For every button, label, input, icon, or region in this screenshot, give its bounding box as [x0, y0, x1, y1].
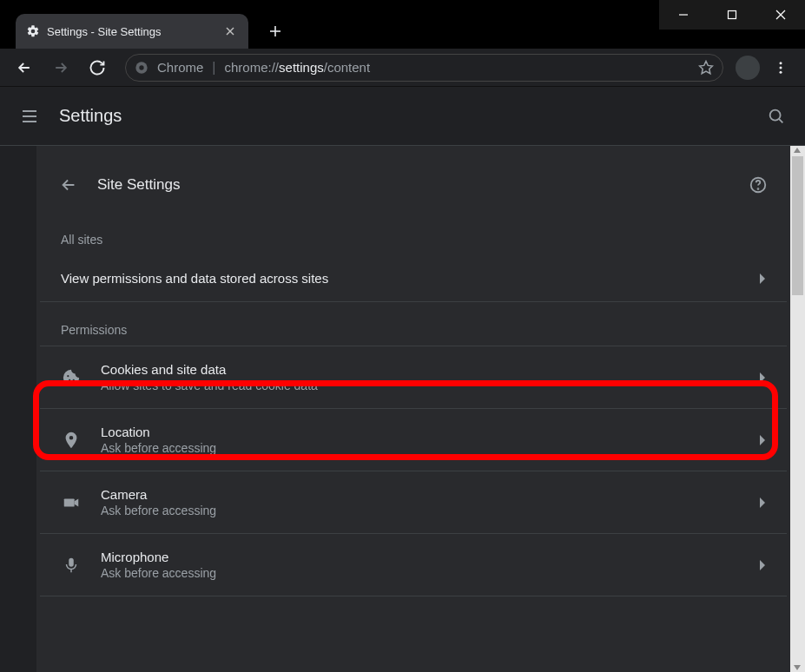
new-tab-button[interactable]	[261, 16, 290, 46]
permission-title: Camera	[101, 487, 740, 502]
scrollbar[interactable]	[790, 146, 805, 672]
svg-point-9	[139, 65, 143, 69]
svg-marker-26	[760, 435, 765, 445]
page-back-button[interactable]	[59, 175, 78, 194]
permission-sub: Ask before accessing	[101, 504, 740, 517]
svg-marker-25	[760, 372, 765, 383]
section-permissions-label: Permissions	[40, 302, 787, 346]
help-icon[interactable]	[749, 175, 768, 194]
svg-marker-10	[700, 61, 713, 73]
app-title: Settings	[59, 106, 122, 126]
svg-point-17	[770, 109, 781, 120]
page-title: Site Settings	[97, 176, 729, 194]
svg-marker-32	[760, 560, 765, 570]
close-window-button[interactable]	[756, 0, 805, 30]
permission-microphone[interactable]: Microphone Ask before accessing	[40, 534, 787, 596]
chevron-right-icon	[759, 560, 766, 570]
permission-camera[interactable]: Camera Ask before accessing	[40, 471, 787, 534]
permission-title: Location	[101, 425, 740, 439]
close-tab-button[interactable]	[222, 23, 238, 39]
chrome-icon	[135, 61, 148, 75]
url-label: Chrome	[157, 60, 203, 75]
section-all-sites-label: All sites	[40, 212, 787, 255]
svg-marker-29	[760, 497, 765, 508]
microphone-icon	[61, 555, 82, 576]
chevron-right-icon	[759, 435, 766, 445]
forward-button[interactable]	[45, 52, 76, 83]
location-icon	[61, 430, 82, 451]
maximize-button[interactable]	[708, 0, 756, 30]
permission-title: Microphone	[101, 550, 740, 564]
browser-tab[interactable]: Settings - Site Settings	[16, 14, 248, 49]
chevron-right-icon	[759, 372, 766, 383]
cookie-icon	[61, 367, 82, 388]
gear-icon	[26, 24, 40, 38]
svg-rect-30	[69, 557, 74, 566]
minimize-button[interactable]	[659, 0, 708, 30]
svg-marker-28	[75, 498, 79, 506]
permission-title: Cookies and site data	[101, 362, 740, 377]
svg-rect-1	[729, 11, 736, 19]
app-menu-button[interactable]	[765, 52, 796, 83]
chevron-right-icon	[759, 273, 766, 284]
url-text: chrome://settings/content	[225, 60, 371, 76]
chevron-right-icon	[759, 497, 766, 508]
svg-line-18	[779, 119, 782, 122]
scroll-thumb[interactable]	[792, 156, 803, 295]
tab-title: Settings - Site Settings	[47, 25, 215, 38]
permission-sub: Ask before accessing	[101, 441, 740, 455]
profile-avatar[interactable]	[736, 56, 760, 80]
reload-button[interactable]	[82, 52, 113, 83]
address-bar[interactable]: Chrome | chrome://settings/content	[125, 54, 723, 82]
menu-icon[interactable]	[19, 106, 40, 127]
svg-point-12	[780, 66, 782, 69]
all-sites-link[interactable]: View permissions and data stored across …	[40, 255, 787, 302]
permission-cookies[interactable]: Cookies and site data Allow sites to sav…	[40, 346, 787, 409]
svg-point-13	[780, 70, 782, 73]
svg-point-22	[67, 375, 69, 377]
svg-point-20	[758, 188, 759, 189]
svg-marker-21	[760, 273, 765, 284]
camera-icon	[61, 492, 82, 513]
all-sites-title: View permissions and data stored across …	[61, 271, 740, 286]
permission-sub: Allow sites to save and read cookie data	[101, 379, 740, 392]
permission-location[interactable]: Location Ask before accessing	[40, 409, 787, 471]
star-icon[interactable]	[698, 60, 714, 76]
permission-sub: Ask before accessing	[101, 566, 740, 580]
svg-point-24	[73, 379, 75, 380]
svg-rect-27	[64, 498, 75, 506]
search-icon[interactable]	[767, 107, 786, 126]
back-button[interactable]	[9, 52, 40, 83]
svg-point-11	[780, 62, 782, 64]
svg-point-23	[69, 379, 70, 380]
